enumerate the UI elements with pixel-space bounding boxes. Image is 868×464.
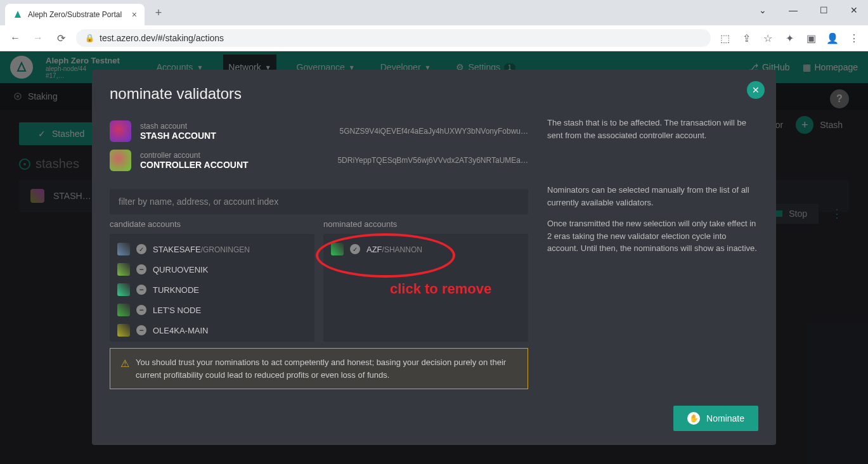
identicon-icon xyxy=(110,120,131,142)
controller-address: 5DRiYeppTQESqBmV56wj6VVvdx2AT3y6NRTaUMEa… xyxy=(337,156,528,165)
close-modal-button[interactable]: ✕ xyxy=(747,81,765,99)
filter-input[interactable] xyxy=(110,189,528,214)
validator-name: TURKNODE xyxy=(153,285,199,295)
stash-address: 5GNZS9V4iQEVEf4r4aEaJy4hUXWY3bNVonyFobwu… xyxy=(340,127,528,136)
tab-favicon-icon xyxy=(13,10,23,20)
validator-item[interactable]: LET'S NODE xyxy=(115,300,309,320)
validator-name: LET'S NODE xyxy=(153,306,201,315)
validator-item[interactable]: STAKESAFE/GRONINGEN xyxy=(115,239,309,259)
browser-tab[interactable]: Aleph Zero/Substrate Portal × xyxy=(5,4,145,25)
identicon-icon xyxy=(117,304,130,316)
identicon-icon xyxy=(117,324,130,337)
controller-mainlabel: CONTROLLER ACCOUNT xyxy=(140,160,249,170)
validator-name: STAKESAFE/GRONINGEN xyxy=(153,245,250,254)
sidepanel-icon[interactable]: ▣ xyxy=(805,32,817,44)
lock-icon: 🔒 xyxy=(85,34,94,42)
warning-box: ⚠ You should trust your nominations to a… xyxy=(110,348,528,389)
minus-icon xyxy=(136,264,146,274)
minus-icon xyxy=(136,285,146,295)
modal-desc-1: The stash that is to be affected. The tr… xyxy=(547,117,758,175)
controller-account-row[interactable]: controller account CONTROLLER ACCOUNT 5D… xyxy=(110,146,528,175)
validator-name: QURUOVENIK xyxy=(153,265,208,274)
validator-name: OLE4KA-MAIN xyxy=(153,326,208,335)
identicon-icon xyxy=(331,243,344,255)
stash-mainlabel: STASH ACCOUNT xyxy=(140,131,216,141)
check-icon xyxy=(350,244,360,254)
identicon-icon xyxy=(117,243,130,255)
url-field[interactable]: 🔒 test.azero.dev/#/staking/actions xyxy=(76,29,711,47)
minus-icon xyxy=(136,325,146,335)
bookmark-icon[interactable]: ☆ xyxy=(761,32,774,44)
minus-icon xyxy=(136,305,146,315)
minimize-button[interactable]: — xyxy=(784,5,802,15)
extensions-icon[interactable]: ✦ xyxy=(783,32,796,44)
modal-title: nominate validators xyxy=(110,85,758,103)
modal-desc-2: Nominators can be selected manually from… xyxy=(547,184,758,209)
warning-icon: ⚠ xyxy=(120,356,129,381)
profile-icon[interactable]: 👤 xyxy=(826,32,839,44)
identicon-icon xyxy=(110,150,131,171)
nominate-button[interactable]: ✋ Nominate xyxy=(673,406,758,431)
close-window-button[interactable]: ✕ xyxy=(845,5,863,15)
reload-button[interactable]: ⟳ xyxy=(53,30,68,46)
window-controls: ⌄ — ☐ ✕ xyxy=(754,5,863,15)
validator-item[interactable]: QURUOVENIK xyxy=(115,259,309,280)
validator-name: AZF/SHANNON xyxy=(366,245,422,254)
validator-item[interactable]: TURKNODE xyxy=(115,280,309,300)
stash-account-row[interactable]: stash account STASH ACCOUNT 5GNZS9V4iQEV… xyxy=(110,117,528,146)
url-text: test.azero.dev/#/staking/actions xyxy=(100,33,224,43)
identicon-icon xyxy=(117,283,130,296)
check-icon xyxy=(136,244,146,254)
menu-icon[interactable]: ⋮ xyxy=(848,32,860,44)
share-icon[interactable]: ⇪ xyxy=(740,32,753,44)
candidate-title: candidate accounts xyxy=(110,219,314,229)
back-button[interactable]: ← xyxy=(8,30,23,46)
hand-icon: ✋ xyxy=(687,412,700,425)
address-bar: ← → ⟳ 🔒 test.azero.dev/#/staking/actions… xyxy=(0,25,868,51)
translate-icon[interactable]: ⬚ xyxy=(718,32,731,44)
new-tab-button[interactable]: + xyxy=(150,4,167,22)
forward-button[interactable]: → xyxy=(30,30,46,46)
validator-item[interactable]: AZF/SHANNON xyxy=(328,239,523,259)
nominate-modal: nominate validators ✕ stash account STAS… xyxy=(92,70,776,445)
modal-desc-3: Once transmitted the new selection will … xyxy=(547,217,758,255)
controller-sublabel: controller account xyxy=(140,151,249,160)
nominated-list: AZF/SHANNON xyxy=(323,234,528,342)
tab-close-icon[interactable]: × xyxy=(132,10,137,20)
validator-item[interactable]: OLE4KA-MAIN xyxy=(115,320,309,340)
tab-bar: Aleph Zero/Substrate Portal × + ⌄ — ☐ ✕ xyxy=(0,0,868,25)
tab-title: Aleph Zero/Substrate Portal xyxy=(28,10,122,19)
warning-text: You should trust your nominations to act… xyxy=(136,356,517,381)
candidate-list: STAKESAFE/GRONINGENQURUOVENIKTURKNODELET… xyxy=(110,234,314,342)
maximize-button[interactable]: ☐ xyxy=(815,5,832,15)
nominated-title: nominated accounts xyxy=(323,219,528,229)
stash-sublabel: stash account xyxy=(140,122,216,131)
chevron-down-icon[interactable]: ⌄ xyxy=(754,5,772,15)
identicon-icon xyxy=(117,263,130,276)
